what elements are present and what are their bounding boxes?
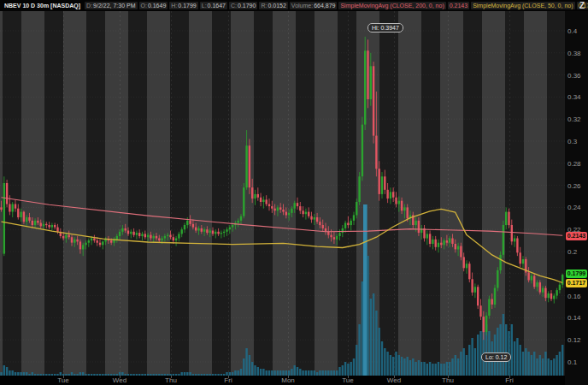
chart-style-icon[interactable]: Z — [579, 0, 585, 11]
price-tick-label: 0.34 — [567, 93, 581, 101]
day-label: Mon — [281, 376, 295, 384]
study-value-pill: 0.2143 — [448, 2, 469, 9]
chart-header: NBEV 10 D 30m [NASDAQ] D:9/2/22, 7:30 PM… — [0, 0, 588, 11]
price-tick-label: 0.36 — [567, 72, 581, 80]
day-label: Fri — [505, 376, 513, 384]
price-axis-badge: 0.2143 — [566, 232, 587, 240]
price-tick-label: 0.4 — [567, 27, 577, 35]
ohlc-field-pill: R:0.0152 — [259, 2, 287, 9]
day-label: Thu — [442, 376, 454, 384]
price-chart[interactable] — [0, 11, 565, 376]
price-tick-label: 0.14 — [567, 314, 581, 322]
symbol-title: NBEV 10 D 30m [NASDAQ] — [2, 3, 83, 9]
ohlc-field-pill: Volume:664,879 — [290, 2, 338, 9]
price-axis-badge: 0.1799 — [566, 270, 587, 278]
high-annotation: Hi: 0.3947 — [368, 23, 403, 33]
price-tick-label: 0.16 — [567, 293, 581, 300]
price-tick-label: 0.24 — [567, 204, 581, 211]
ohlc-field-pill: O:0.1649 — [139, 2, 168, 9]
price-tick-label: 0.2 — [567, 248, 577, 256]
session-stripes — [0, 11, 565, 376]
ohlc-field-pill: H:0.1799 — [169, 2, 197, 9]
ohlc-field-pill: C:0.1790 — [229, 2, 257, 9]
day-label: Tue — [342, 376, 354, 384]
price-tick-label: 0.1 — [567, 358, 577, 366]
day-label: Thu — [165, 376, 177, 384]
study-label-pill[interactable]: SimpleMovingAvg (CLOSE, 200, 0, no) — [338, 2, 445, 9]
ohlc-field-pill: L:0.1647 — [200, 2, 227, 9]
price-axis-badge: 0.1717 — [566, 279, 587, 287]
day-label: Wed — [387, 376, 401, 384]
day-label: Fri — [224, 376, 232, 384]
study-readout: SimpleMovingAvg (CLOSE, 200, 0, no)0.214… — [338, 2, 588, 9]
ohlc-readout: D:9/2/22, 7:30 PMO:0.1649H:0.1799L:0.164… — [85, 2, 337, 9]
price-tick-label: 0.12 — [567, 336, 581, 344]
time-axis[interactable]: TueWedThuFriMonTueWedThuFri — [0, 376, 565, 385]
low-annotation: Lo: 0.12 — [481, 352, 511, 362]
price-tick-label: 0.26 — [567, 182, 581, 190]
price-tick-label: 0.28 — [567, 160, 581, 168]
day-label: Tue — [57, 376, 69, 384]
price-tick-label: 0.38 — [567, 50, 581, 57]
price-axis[interactable]: 0.40.380.360.340.320.30.280.260.240.220.… — [565, 11, 588, 385]
day-label: Wed — [113, 376, 126, 384]
price-tick-label: 0.32 — [567, 116, 581, 123]
price-tick-label: 0.3 — [567, 138, 577, 145]
ohlc-field-pill: D:9/2/22, 7:30 PM — [85, 2, 137, 9]
plot-area: Hi: 0.3947 Lo: 0.12 — [0, 11, 565, 376]
study-label-pill[interactable]: SimpleMovingAvg (CLOSE, 50, 0, no) — [471, 2, 574, 9]
chart-window: NBEV 10 D 30m [NASDAQ] D:9/2/22, 7:30 PM… — [0, 0, 588, 385]
